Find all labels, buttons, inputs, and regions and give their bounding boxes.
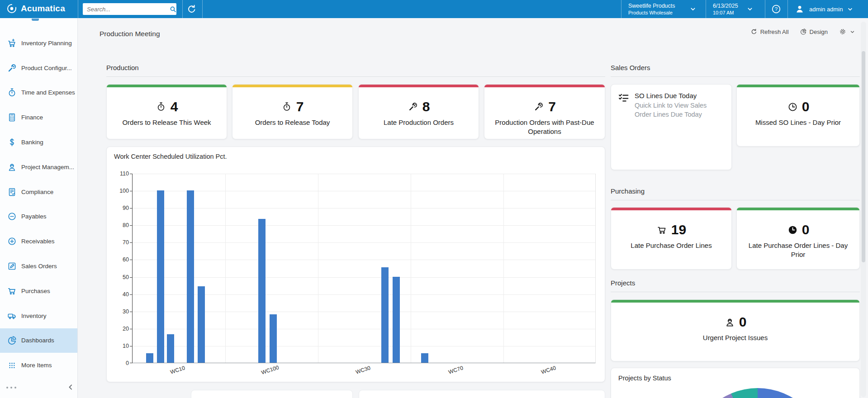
chart-bar — [157, 190, 164, 363]
sidebar-item-purchases[interactable]: Purchases — [0, 279, 77, 303]
y-tick-label: 60 — [113, 256, 129, 263]
gridline-h — [133, 260, 595, 260]
collapse-sidebar-chevron-left-icon[interactable] — [66, 383, 75, 392]
kpi-late-po-lines[interactable]: 19 Late Purchase Order Lines — [611, 207, 732, 270]
kpi-body: 8 Late Production Orders — [359, 85, 479, 127]
kpi-label: Late Purchase Order Lines - Day Prior — [737, 241, 859, 259]
sidebar-item-receivables[interactable]: Receivables — [0, 229, 77, 254]
cart-icon — [6, 285, 18, 297]
sidebar-item-inventory-planning[interactable]: Inventory Planning — [0, 31, 77, 56]
user-chevron-down-icon — [847, 6, 854, 13]
x-category-label: WC100 — [260, 364, 279, 376]
kpi-value: 8 — [422, 99, 430, 114]
y-tick-mark — [130, 277, 133, 278]
header-divider — [787, 0, 788, 18]
gridline-v — [318, 174, 318, 363]
header-divider — [78, 0, 78, 18]
design-label: Design — [810, 28, 828, 35]
x-category-label: WC40 — [540, 365, 556, 375]
sidebar-item-project-management[interactable]: Project Managem... — [0, 155, 77, 180]
kpi-late-production-orders[interactable]: 8 Late Production Orders — [358, 84, 479, 139]
chart-bar — [393, 277, 400, 363]
wrench-icon — [533, 101, 544, 112]
chart-bar — [270, 314, 277, 363]
quicklink-so-lines-due-today[interactable]: SO Lines Due Today Quick Link to View Sa… — [611, 84, 732, 170]
search-input[interactable] — [83, 6, 169, 13]
kpi-value: 4 — [171, 99, 178, 114]
kpi-label: Missed SO Lines - Day Prior — [737, 118, 859, 127]
sidebar-item-time-and-expenses[interactable]: Time and Expenses — [0, 81, 77, 105]
kpi-past-due-operations[interactable]: 7 Production Orders with Past-Due Operat… — [484, 84, 605, 139]
dollar-icon — [6, 137, 18, 148]
search-box[interactable] — [83, 3, 176, 15]
design-button[interactable]: Design — [800, 28, 828, 35]
kpi-label: Orders to Release This Week — [107, 118, 227, 127]
y-tick-mark — [130, 346, 133, 346]
y-tick-label: 50 — [113, 274, 129, 280]
kpi-late-po-lines-day-prior[interactable]: 0 Late Purchase Order Lines - Day Prior — [736, 207, 860, 270]
sidebar-item-finance[interactable]: Finance — [0, 105, 77, 130]
stopwatch-icon — [281, 101, 292, 112]
date-chevron-down-icon[interactable] — [746, 5, 754, 13]
ellipsis-icon[interactable] — [5, 385, 17, 390]
user-name: admin admin — [809, 6, 843, 13]
y-tick-mark — [130, 260, 133, 260]
business-date-selector[interactable]: 6/13/2025 10:07 AM — [713, 3, 738, 16]
y-tick-mark — [130, 329, 133, 329]
kpi-label: Urgent Project Issues — [611, 333, 859, 342]
x-category-label: WC70 — [447, 365, 464, 375]
kpi-body: 7 Production Orders with Past-Due Operat… — [484, 85, 605, 136]
widget-projects-by-status: Projects by Status — [611, 368, 860, 398]
kpi-body: 0 Late Purchase Order Lines - Day Prior — [737, 208, 859, 259]
kpi-label: Orders to Release Today — [232, 118, 352, 127]
reload-icon[interactable] — [186, 4, 197, 14]
quicklink-subtitle: Quick Link to View Sales Order Lines Due… — [635, 101, 718, 119]
sidebar-item-product-configurator[interactable]: Product Configur... — [0, 56, 77, 81]
search-icon[interactable] — [169, 5, 177, 13]
help-icon[interactable]: ? — [771, 4, 782, 14]
sidebar-item-inventory[interactable]: Inventory — [0, 303, 77, 328]
kpi-missed-so-lines[interactable]: 0 Missed SO Lines - Day Prior — [736, 84, 860, 147]
header-divider — [621, 0, 621, 18]
chart-bar — [198, 286, 205, 363]
gear-icon — [839, 28, 847, 36]
design-icon — [800, 28, 807, 35]
kpi-value: 19 — [671, 222, 686, 237]
company-chevron-down-icon[interactable] — [689, 5, 697, 13]
acumatica-logo[interactable]: Acumatica — [6, 3, 65, 14]
kpi-label: Production Orders with Past-Due Operatio… — [484, 118, 605, 136]
user-menu[interactable]: admin admin — [794, 4, 854, 14]
y-tick-mark — [130, 312, 133, 312]
vertical-scrollbar-thumb[interactable] — [862, 51, 865, 262]
sidebar-item-compliance[interactable]: Compliance — [0, 180, 77, 204]
sidebar-item-label: Inventory Planning — [21, 40, 72, 47]
sidebar-item-dashboards[interactable]: Dashboards — [0, 328, 77, 353]
sidebar-item-payables[interactable]: Payables — [0, 204, 77, 229]
refresh-all-button[interactable]: Refresh All — [750, 28, 789, 35]
kpi-urgent-project-issues[interactable]: 0 Urgent Project Issues — [611, 299, 860, 361]
y-tick-mark — [130, 242, 133, 243]
y-tick-label: 90 — [113, 205, 129, 211]
kpi-orders-to-release-this-week[interactable]: 4 Orders to Release This Week — [106, 84, 227, 139]
y-tick-label: 110 — [113, 171, 129, 177]
quicklink-body: SO Lines Due Today Quick Link to View Sa… — [611, 85, 731, 126]
sidebar-item-banking[interactable]: Banking — [0, 130, 77, 155]
section-rule — [106, 76, 605, 77]
chart-plot-area: 0102030405060708090100110WC10WC100WC30WC… — [132, 174, 596, 363]
header-divider — [182, 0, 183, 18]
header-divider — [765, 0, 765, 18]
sidebar-item-more-items[interactable]: More Items — [0, 353, 77, 378]
gridline-v — [225, 174, 226, 363]
y-tick-label: 20 — [113, 326, 129, 332]
sidebar-item-sales-orders[interactable]: Sales Orders — [0, 254, 77, 279]
section-title-production: Production — [106, 64, 139, 71]
document-check-icon — [6, 186, 18, 198]
y-tick-mark — [130, 208, 133, 208]
chart-bar — [258, 219, 266, 363]
dashboard-settings[interactable] — [839, 28, 855, 36]
company-selector[interactable]: Sweetlife Products Products Wholesale — [628, 3, 675, 16]
section-rule — [611, 76, 860, 77]
header-divider — [706, 0, 706, 18]
kpi-orders-to-release-today[interactable]: 7 Orders to Release Today — [232, 84, 353, 139]
kpi-body: 7 Orders to Release Today — [232, 85, 352, 127]
